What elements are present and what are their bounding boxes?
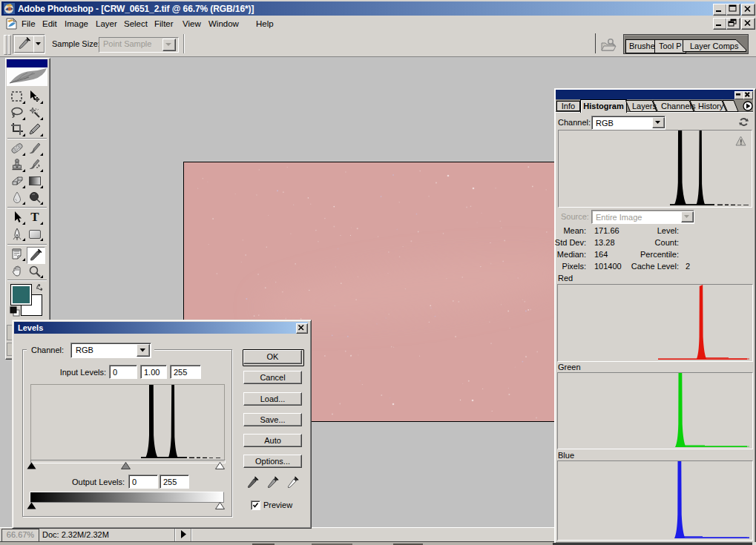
svg-text:Layer Comps: Layer Comps <box>690 42 739 50</box>
